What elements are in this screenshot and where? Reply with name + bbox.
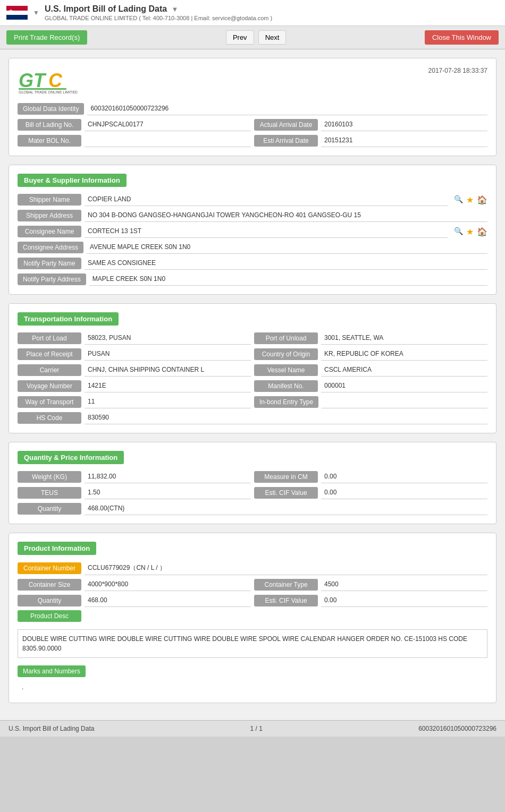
esti-arrival-pair: Esti Arrival Date 20151231 (254, 134, 487, 147)
shipper-star-icon[interactable]: ★ (466, 195, 474, 205)
quantity-value: 468.00(CTN) (85, 502, 487, 515)
footer-right: 6003201601050000723296 (418, 725, 496, 732)
measure-cm-label: Measure in CM (254, 471, 318, 483)
container-size-type-row: Container Size 4000*900*800 Container Ty… (18, 578, 487, 591)
teus-pair: TEUS 1.50 (18, 486, 251, 499)
svg-rect-3 (19, 88, 66, 90)
product-esti-cif-value: 0.00 (321, 594, 487, 607)
carrier-vessel-row: Carrier CHNJ, CHINA SHIPPING CONTAINER L… (18, 364, 487, 377)
svg-text:C: C (48, 70, 63, 91)
shipper-home-icon[interactable]: 🏠 (477, 195, 487, 205)
voyage-number-value: 1421E (85, 380, 251, 392)
container-size-value: 4000*900*800 (85, 578, 251, 591)
shipper-search-icon[interactable]: 🔍 (454, 195, 463, 205)
esti-cif-pair: Esti. CIF Value 0.00 (254, 486, 487, 499)
weight-pair: Weight (KG) 11,832.00 (18, 471, 251, 483)
svg-text:G: G (19, 70, 33, 91)
svg-text:GLOBAL TRADE ONLINE LIMITED: GLOBAL TRADE ONLINE LIMITED (19, 90, 78, 94)
consignee-star-icon[interactable]: ★ (466, 227, 474, 237)
place-of-receipt-value: PUSAN (85, 348, 251, 361)
carrier-value: CHNJ, CHINA SHIPPING CONTAINER L (85, 364, 251, 377)
teus-value: 1.50 (85, 486, 251, 499)
carrier-pair: Carrier CHNJ, CHINA SHIPPING CONTAINER L (18, 364, 251, 377)
way-transport-pair: Way of Transport 11 (18, 396, 251, 408)
port-of-load-label: Port of Load (18, 332, 81, 344)
quantity-price-card: Quantity & Price Information Weight (KG)… (9, 442, 496, 524)
country-of-origin-label: Country of Origin (254, 348, 318, 360)
close-button[interactable]: Close This Window (425, 30, 499, 45)
title-area: U.S. Import Bill of Lading Data ▼ GLOBAL… (45, 4, 499, 21)
container-type-value: 4500 (321, 578, 487, 591)
consignee-home-icon[interactable]: 🏠 (477, 227, 487, 237)
marks-numbers-value: . (18, 680, 487, 694)
consignee-name-row: Consignee Name CORTECH 13 1ST 🔍 ★ 🏠 (18, 225, 487, 238)
prev-button[interactable]: Prev (226, 30, 254, 45)
page-title: U.S. Import Bill of Lading Data ▼ (45, 4, 499, 14)
mater-bol-row: Mater BOL No. Esti Arrival Date 20151231 (18, 134, 487, 147)
consignee-address-row: Consignee Address AVENUE MAPLE CREEK S0N… (18, 241, 487, 254)
global-data-identity-label: Global Data Identity (18, 103, 84, 115)
quantity-price-section: Weight (KG) 11,832.00 Measure in CM 0.00… (18, 471, 487, 515)
timestamp: 2017-07-28 18:33:37 (428, 67, 487, 74)
footer-bar: U.S. Import Bill of Lading Data 1 / 1 60… (0, 720, 505, 737)
toolbar: Print Trade Record(s) Prev Next Close Th… (0, 26, 505, 49)
hs-code-label: HS Code (18, 412, 81, 424)
logo-svg: G T C GLOBAL TRADE ONLINE LIMITED (18, 67, 92, 95)
voyage-number-label: Voyage Number (18, 380, 81, 392)
receipt-origin-row: Place of Receipt PUSAN Country of Origin… (18, 348, 487, 361)
title-arrow[interactable]: ▼ (172, 5, 179, 13)
country-origin-pair: Country of Origin KR, REPUBLIC OF KOREA (254, 348, 487, 361)
header-card: G T C GLOBAL TRADE ONLINE LIMITED 2017-0… (9, 58, 496, 156)
country-of-origin-value: KR, REPUBLIC OF KOREA (321, 348, 487, 361)
shipper-name-row: Shipper Name COPIER LAND 🔍 ★ 🏠 (18, 193, 487, 206)
consignee-icons: 🔍 ★ 🏠 (454, 227, 487, 237)
container-type-pair: Container Type 4500 (254, 578, 487, 591)
flag-dropdown[interactable]: ▼ (33, 9, 39, 16)
product-cif-pair: Esti. CIF Value 0.00 (254, 594, 487, 607)
product-section: Container Number CCLU6779029（CN / L / ） … (18, 561, 487, 694)
actual-arrival-value: 20160103 (321, 118, 487, 131)
global-data-identity-value: 6003201601050000723296 (87, 102, 487, 115)
footer-left: U.S. Import Bill of Lading Data (9, 725, 94, 732)
carrier-label: Carrier (18, 364, 81, 376)
product-title: Product Information (18, 542, 96, 555)
print-button[interactable]: Print Trade Record(s) (6, 30, 87, 45)
vessel-name-label: Vessel Name (254, 364, 318, 376)
voyage-pair: Voyage Number 1421E (18, 380, 251, 392)
voyage-manifest-row: Voyage Number 1421E Manifest No. 000001 (18, 380, 487, 392)
bol-row: Bill of Lading No. CHNJPSCAL00177 Actual… (18, 118, 487, 131)
port-unload-pair: Port of Unload 3001, SEATTLE, WA (254, 332, 487, 345)
weight-kg-label: Weight (KG) (18, 471, 81, 483)
product-quantity-cif-row: Quantity 468.00 Esti. CIF Value 0.00 (18, 594, 487, 607)
mater-bol-label: Mater BOL No. (18, 135, 81, 147)
container-number-row: Container Number CCLU6779029（CN / L / ） (18, 561, 487, 575)
shipper-address-row: Shipper Address NO 304 B-DONG GANGSEO-HA… (18, 209, 487, 222)
vessel-pair: Vessel Name CSCL AMERICA (254, 364, 487, 377)
logo: G T C GLOBAL TRADE ONLINE LIMITED (18, 67, 92, 96)
shipper-icons: 🔍 ★ 🏠 (454, 195, 487, 205)
logo-row: G T C GLOBAL TRADE ONLINE LIMITED 2017-0… (18, 67, 487, 96)
transportation-section: Port of Load 58023, PUSAN Port of Unload… (18, 332, 487, 424)
quantity-row: Quantity 468.00(CTN) (18, 502, 487, 515)
measure-cm-value: 0.00 (321, 471, 487, 483)
product-quantity-pair: Quantity 468.00 (18, 594, 251, 607)
identity-section: Global Data Identity 6003201601050000723… (18, 102, 487, 147)
place-receipt-pair: Place of Receipt PUSAN (18, 348, 251, 361)
manifest-pair: Manifest No. 000001 (254, 380, 487, 392)
esti-cif-label: Esti. CIF Value (254, 487, 318, 499)
bol-pair: Bill of Lading No. CHNJPSCAL00177 (18, 118, 251, 131)
teus-cif-row: TEUS 1.50 Esti. CIF Value 0.00 (18, 486, 487, 499)
bill-of-lading-value: CHNJPSCAL00177 (85, 118, 251, 131)
consignee-name-value: CORTECH 13 1ST (85, 225, 448, 238)
way-of-transport-value: 11 (85, 396, 251, 408)
vessel-name-value: CSCL AMERICA (321, 364, 487, 377)
product-quantity-label: Quantity (18, 595, 81, 606)
next-button[interactable]: Next (258, 30, 287, 45)
mater-bol-pair: Mater BOL No. (18, 134, 251, 147)
marks-numbers-row: Marks and Numbers (18, 665, 487, 677)
consignee-address-label: Consignee Address (18, 242, 83, 253)
product-quantity-value: 468.00 (85, 594, 251, 607)
inbond-entry-value (322, 396, 487, 408)
consignee-search-icon[interactable]: 🔍 (454, 227, 463, 237)
main-content: G T C GLOBAL TRADE ONLINE LIMITED 2017-0… (0, 49, 505, 720)
